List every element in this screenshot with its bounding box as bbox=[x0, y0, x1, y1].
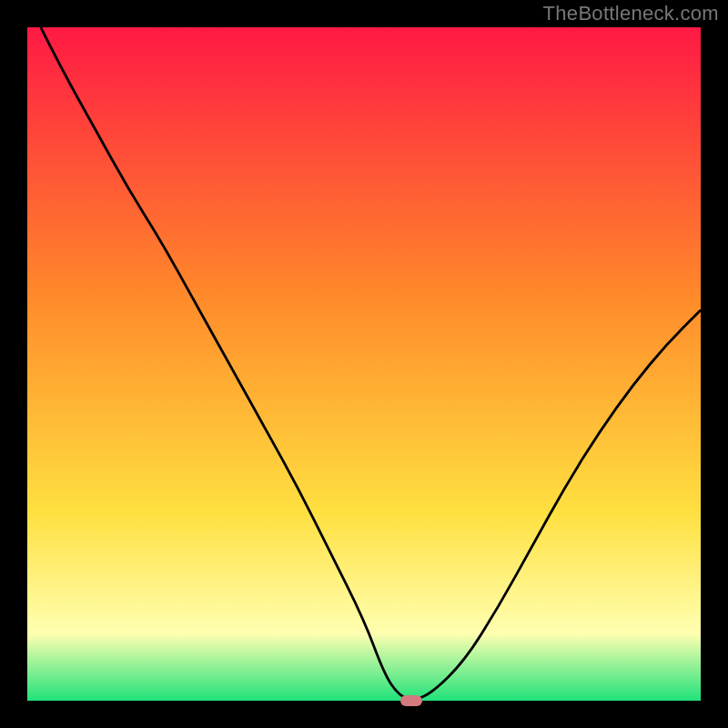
bottleneck-curve bbox=[41, 27, 701, 699]
chart-frame: TheBottleneck.com bbox=[0, 0, 728, 728]
optimal-marker bbox=[400, 695, 422, 706]
plot-area bbox=[27, 27, 701, 701]
curve-layer bbox=[27, 27, 701, 701]
watermark-text: TheBottleneck.com bbox=[543, 2, 719, 25]
